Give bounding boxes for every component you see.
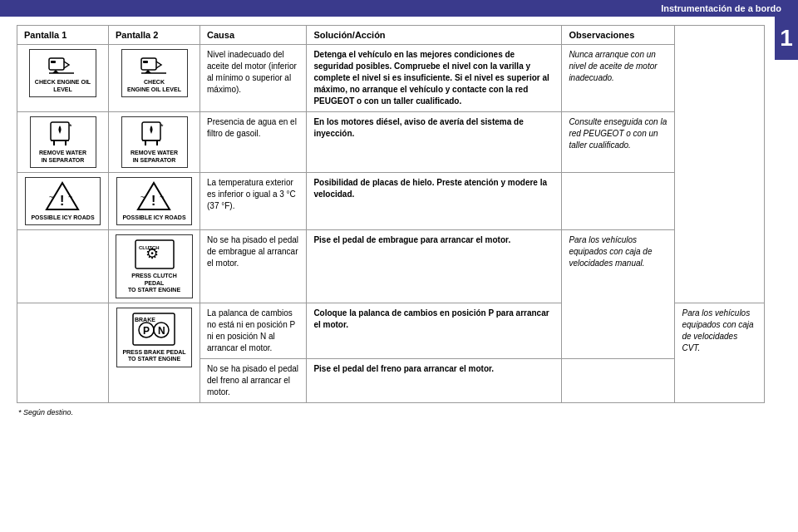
svg-rect-5 xyxy=(143,61,148,63)
svg-rect-4 xyxy=(141,58,156,70)
icon2-label: POSSIBLE ICY ROADS xyxy=(122,214,185,221)
page-title: Instrumentación de a bordo xyxy=(661,3,781,13)
solution-text: Posibilidad de placas de hielo. Preste a… xyxy=(313,178,547,199)
main-table: Pantalla 1 Pantalla 2 Causa Solución/Acc… xyxy=(17,25,765,403)
icon-box2: * REMOVE WATERIN SEPARATOR xyxy=(121,116,188,168)
solution-text: En los motores diésel, aviso de avería d… xyxy=(313,117,523,138)
pantalla1-cell xyxy=(17,303,109,402)
icon-box: !~~ POSSIBLE ICY ROADS xyxy=(25,177,100,225)
table-row: CHECK ENGINE OILLEVEL CHECKENGINE OIL LE… xyxy=(17,45,765,112)
obs-text: Para los vehículos equipados con caja de… xyxy=(682,308,753,352)
solution-cell: Coloque la palanca de cambios en posició… xyxy=(307,303,562,358)
svg-text:P: P xyxy=(143,325,150,337)
obs-cell: Para los vehículos equipados con caja de… xyxy=(675,303,765,402)
col-header-causa: Causa xyxy=(200,26,307,45)
solution-cell: Posibilidad de placas de hielo. Preste a… xyxy=(307,173,562,230)
icon1-label: REMOVE WATERIN SEPARATOR xyxy=(36,150,91,164)
obs-text: Para los vehículos equipados con caja de… xyxy=(569,235,652,268)
table-row: * REMOVE WATERIN SEPARATOR * REMOVE WATE… xyxy=(17,112,765,173)
pantalla2-cell: ⚙CLUTCH PRESS CLUTCH PEDALTO START ENGIN… xyxy=(109,229,200,303)
svg-text:N: N xyxy=(158,325,165,337)
icon1-label: POSSIBLE ICY ROADS xyxy=(31,214,94,221)
cause-cell: Nivel inadecuado del aceite del motor (i… xyxy=(200,45,307,112)
obs-cell: Consulte enseguida con la red PEUGEOT o … xyxy=(562,112,675,173)
solution-text: Pise el pedal del freno para arrancar el… xyxy=(313,364,494,373)
solution-cell: Detenga el vehículo en las mejores condi… xyxy=(307,45,562,112)
top-bar: Instrumentación de a bordo xyxy=(0,0,798,17)
solution-text: Pise el pedal de embrague para arrancar … xyxy=(313,235,510,244)
svg-text:CLUTCH: CLUTCH xyxy=(139,245,160,250)
cause-cell: La temperatura exterior es inferior o ig… xyxy=(200,173,307,230)
chapter-number: 1 xyxy=(775,17,798,60)
icon2-label: REMOVE WATERIN SEPARATOR xyxy=(127,150,182,164)
pantalla2-cell: CHECKENGINE OIL LEVEL xyxy=(109,45,200,112)
icon1-label: CHECK ENGINE OILLEVEL xyxy=(35,79,91,93)
svg-text:*: * xyxy=(160,122,164,131)
icon-box2: !~~ POSSIBLE ICY ROADS xyxy=(116,177,191,225)
solution-cell: Pise el pedal del freno para arrancar el… xyxy=(307,358,562,402)
cause-cell: La palanca de cambios no está ni en posi… xyxy=(200,303,307,358)
footnote: * Según destino. xyxy=(17,408,765,416)
solution-text: Detenga el vehículo en las mejores condi… xyxy=(313,50,549,106)
main-content: Pantalla 1 Pantalla 2 Causa Solución/Acc… xyxy=(0,17,798,425)
obs-text: Consulte enseguida con la red PEUGEOT o … xyxy=(569,117,667,150)
svg-text:~: ~ xyxy=(68,193,72,201)
svg-rect-0 xyxy=(49,58,64,70)
cause-text: La temperatura exterior es inferior o ig… xyxy=(207,178,296,210)
cause-cell: Presencia de agua en el filtro de gasoil… xyxy=(200,112,307,173)
pantalla2-cell: PNBRAKE PRESS BRAKE PEDALTO START ENGINE xyxy=(109,303,200,402)
pantalla2-cell: !~~ POSSIBLE ICY ROADS xyxy=(109,173,200,230)
table-row: !~~ POSSIBLE ICY ROADS !~~ POSSIBLE ICY … xyxy=(17,173,765,230)
cause-cell: No se ha pisado el pedal de embrague al … xyxy=(200,229,307,303)
svg-text:~: ~ xyxy=(160,193,164,201)
icon2-label: PRESS CLUTCH PEDALTO START ENGINE xyxy=(121,273,187,293)
svg-text:!: ! xyxy=(60,194,64,208)
obs-text: Nunca arranque con un nivel de aceite de… xyxy=(569,50,657,82)
svg-text:BRAKE: BRAKE xyxy=(135,317,155,323)
svg-rect-1 xyxy=(51,61,56,63)
solution-cell: Pise el pedal de embrague para arrancar … xyxy=(307,229,562,303)
icon-box: * REMOVE WATERIN SEPARATOR xyxy=(30,116,96,168)
cause-text: Nivel inadecuado del aceite del motor (i… xyxy=(207,50,297,94)
obs-cell: Para los vehículos equipados con caja de… xyxy=(562,229,675,358)
pantalla1-cell: * REMOVE WATERIN SEPARATOR xyxy=(17,112,109,173)
table-header-row: Pantalla 1 Pantalla 2 Causa Solución/Acc… xyxy=(17,26,765,45)
pantalla1-cell xyxy=(17,229,109,303)
col-header-solucion: Solución/Acción xyxy=(307,26,562,45)
obs-cell xyxy=(562,173,675,230)
obs-cell: Nunca arranque con un nivel de aceite de… xyxy=(562,45,675,112)
icon2-label: PRESS BRAKE PEDALTO START ENGINE xyxy=(122,349,185,363)
pantalla1-cell: CHECK ENGINE OILLEVEL xyxy=(17,45,109,112)
col-header-observaciones: Observaciones xyxy=(562,26,675,45)
svg-text:~: ~ xyxy=(49,193,53,201)
solution-cell: En los motores diésel, aviso de avería d… xyxy=(307,112,562,173)
cause-text: No se ha pisado el pedal de embrague al … xyxy=(207,235,298,268)
cause-text: La palanca de cambios no está ni en posi… xyxy=(207,308,295,352)
cause-text: No se ha pisado el pedal del freno al ar… xyxy=(207,364,298,397)
solution-text: Coloque la palanca de cambios en posició… xyxy=(313,308,549,329)
pantalla2-cell: * REMOVE WATERIN SEPARATOR xyxy=(109,112,200,173)
icon-box: CHECK ENGINE OILLEVEL xyxy=(29,49,96,97)
svg-text:*: * xyxy=(69,122,72,131)
col-header-pantalla1: Pantalla 1 xyxy=(17,26,109,45)
icon-box2: PNBRAKE PRESS BRAKE PEDALTO START ENGINE xyxy=(116,308,191,367)
cause-cell: No se ha pisado el pedal del freno al ar… xyxy=(200,358,307,402)
pantalla1-cell: !~~ POSSIBLE ICY ROADS xyxy=(17,173,109,230)
table-row: ⚙CLUTCH PRESS CLUTCH PEDALTO START ENGIN… xyxy=(17,229,765,303)
cause-text: Presencia de agua en el filtro de gasoil… xyxy=(207,117,297,138)
svg-text:!: ! xyxy=(151,194,155,208)
col-header-pantalla2: Pantalla 2 xyxy=(109,26,200,45)
icon-box2: ⚙CLUTCH PRESS CLUTCH PEDALTO START ENGIN… xyxy=(116,234,193,298)
icon-box2: CHECKENGINE OIL LEVEL xyxy=(121,49,188,97)
icon2-label: CHECKENGINE OIL LEVEL xyxy=(127,79,182,93)
svg-text:~: ~ xyxy=(140,193,145,201)
